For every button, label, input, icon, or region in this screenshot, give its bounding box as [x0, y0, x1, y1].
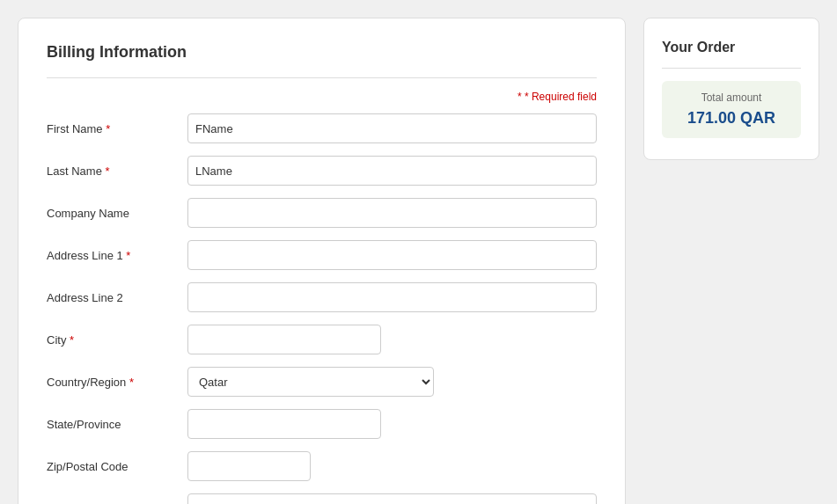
total-label: Total amount [674, 91, 789, 104]
city-row: City * [47, 325, 597, 354]
total-box: Total amount 171.00 QAR [662, 81, 801, 138]
state-row: State/Province [47, 409, 597, 439]
phone-row: Phone Number * [47, 493, 597, 504]
state-label: State/Province [47, 418, 187, 431]
last-name-row: Last Name * [47, 156, 597, 186]
company-name-input[interactable] [187, 198, 597, 228]
required-asterisk: * [518, 91, 522, 103]
required-note: * * Required field [47, 91, 597, 103]
city-input[interactable] [187, 325, 381, 354]
order-divider [662, 68, 801, 69]
order-card: Your Order Total amount 171.00 QAR [643, 18, 819, 160]
city-req: * [70, 333, 74, 347]
country-row: Country/Region * Qatar United States Uni… [47, 367, 597, 397]
last-name-label: Last Name * [47, 164, 187, 178]
address2-input[interactable] [187, 282, 597, 312]
zip-label: Zip/Postal Code [47, 460, 187, 473]
state-input[interactable] [187, 409, 381, 439]
billing-title: Billing Information [47, 43, 597, 62]
first-name-req: * [106, 122, 110, 135]
address1-row: Address Line 1 * [47, 240, 597, 270]
phone-input[interactable] [187, 493, 597, 504]
billing-card: Billing Information * * Required field F… [18, 18, 626, 504]
company-name-row: Company Name [47, 198, 597, 228]
country-label: Country/Region * [47, 376, 187, 389]
address1-input[interactable] [187, 240, 597, 270]
last-name-input[interactable] [187, 156, 597, 186]
first-name-label: First Name * [47, 122, 187, 135]
country-select[interactable]: Qatar United States United Kingdom UAE [187, 367, 434, 397]
zip-row: Zip/Postal Code [47, 451, 597, 481]
order-title: Your Order [662, 40, 801, 55]
first-name-row: First Name * [47, 113, 597, 143]
address1-label: Address Line 1 * [47, 249, 187, 262]
address1-req: * [126, 249, 130, 262]
billing-divider [47, 77, 597, 78]
total-amount: 171.00 QAR [674, 109, 789, 128]
zip-input[interactable] [187, 451, 311, 481]
last-name-req: * [106, 164, 110, 178]
city-label: City * [47, 333, 187, 347]
address2-row: Address Line 2 [47, 282, 597, 312]
first-name-input[interactable] [187, 113, 597, 143]
country-req: * [129, 376, 134, 389]
required-text: * Required field [525, 91, 597, 103]
company-name-label: Company Name [47, 207, 187, 220]
address2-label: Address Line 2 [47, 291, 187, 304]
